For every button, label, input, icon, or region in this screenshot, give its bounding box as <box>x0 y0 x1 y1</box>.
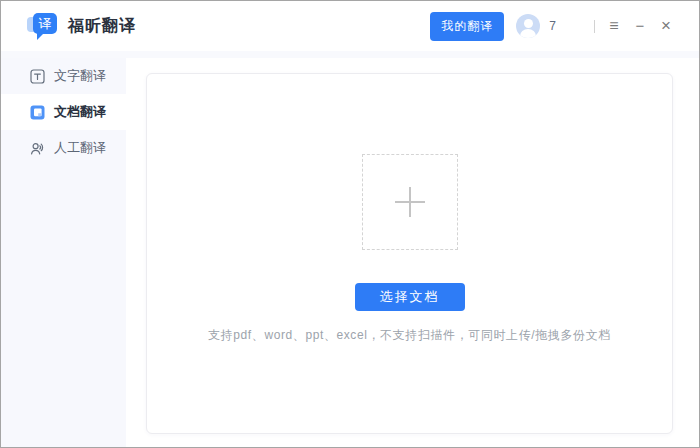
document-translate-icon <box>30 105 45 120</box>
avatar-person-body <box>520 29 536 38</box>
window-controls: ≡ − × <box>601 13 679 39</box>
main-area: 选择文档 支持pdf、word、ppt、excel，不支持扫描件，可同时上传/拖… <box>126 58 699 447</box>
app-title: 福昕翻译 <box>68 16 136 37</box>
titlebar-divider <box>594 20 595 33</box>
avatar-person-icon <box>524 19 533 28</box>
window-body: 文字翻译 文档翻译 <box>1 51 699 447</box>
user-avatar[interactable] <box>516 14 540 38</box>
logo-bubble-tail <box>37 33 44 40</box>
upload-hint-text: 支持pdf、word、ppt、excel，不支持扫描件，可同时上传/拖拽多份文档 <box>208 327 611 344</box>
upload-dropzone[interactable] <box>362 154 458 250</box>
sidebar: 文字翻译 文档翻译 <box>1 58 126 447</box>
minimize-icon[interactable]: − <box>627 13 653 39</box>
my-translations-button[interactable]: 我的翻译 <box>430 12 504 41</box>
close-icon[interactable]: × <box>653 13 679 39</box>
plus-icon <box>409 187 411 217</box>
app-window: 译 福昕翻译 我的翻译 7 ≡ − × <box>0 0 700 448</box>
sidebar-item-human-translate[interactable]: 人工翻译 <box>1 130 126 166</box>
titlebar: 译 福昕翻译 我的翻译 7 ≡ − × <box>1 1 699 51</box>
sidebar-item-label: 文档翻译 <box>54 103 106 121</box>
sidebar-item-text-translate[interactable]: 文字翻译 <box>1 58 126 94</box>
upload-card: 选择文档 支持pdf、word、ppt、excel，不支持扫描件，可同时上传/拖… <box>146 73 673 434</box>
sidebar-item-document-translate[interactable]: 文档翻译 <box>1 94 126 130</box>
user-count-badge: 7 <box>549 19 556 33</box>
choose-document-button[interactable]: 选择文档 <box>355 283 465 311</box>
app-logo-icon: 译 <box>27 11 58 41</box>
menu-icon[interactable]: ≡ <box>601 13 627 39</box>
sidebar-item-label: 文字翻译 <box>54 67 106 85</box>
human-translate-icon <box>30 141 45 156</box>
text-translate-icon <box>30 69 45 84</box>
logo-front-bubble: 译 <box>33 13 57 34</box>
sidebar-item-label: 人工翻译 <box>54 139 106 157</box>
